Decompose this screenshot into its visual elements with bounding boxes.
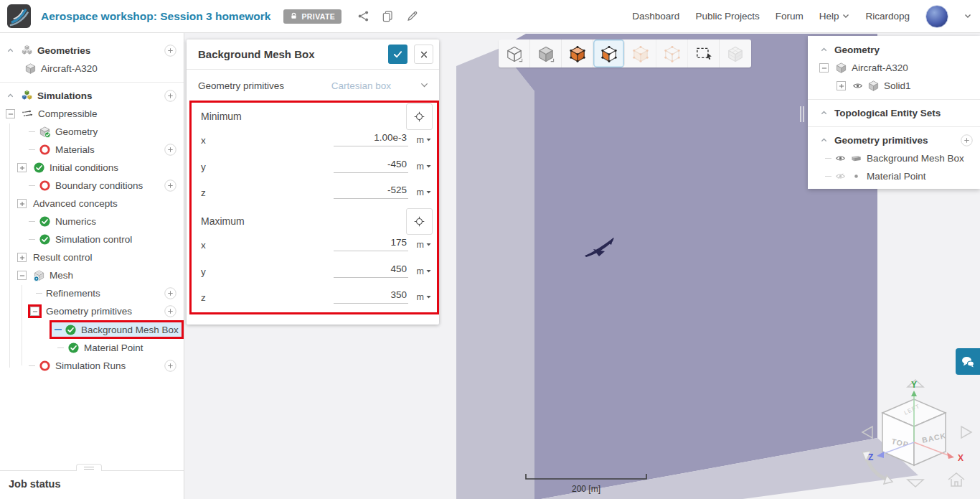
apply-button[interactable] bbox=[388, 45, 407, 64]
coordinate-input-z[interactable] bbox=[334, 185, 408, 199]
tree-item-refinements[interactable]: Refinements bbox=[0, 284, 184, 302]
toolbar-face-select[interactable] bbox=[593, 39, 625, 67]
tree-item-material-point[interactable]: Material Point bbox=[0, 339, 184, 357]
add-button[interactable] bbox=[164, 45, 176, 57]
tree-item-simulations[interactable]: Simulations bbox=[0, 87, 184, 105]
pick-point-button[interactable] bbox=[406, 103, 433, 130]
app-logo-icon[interactable] bbox=[7, 4, 31, 28]
chevron-down-icon[interactable] bbox=[420, 83, 428, 88]
tree-item-simulation-control[interactable]: Simulation control bbox=[0, 230, 184, 248]
coordinate-input-y[interactable] bbox=[334, 159, 408, 173]
toolbar-wireframe-view[interactable] bbox=[499, 39, 530, 67]
tree-item-aircraft-a320[interactable]: Aircraft-A320 bbox=[0, 60, 184, 78]
gizmo-right-arrow[interactable] bbox=[961, 426, 971, 438]
add-button[interactable] bbox=[164, 90, 176, 102]
tree-item-numerics[interactable]: Numerics bbox=[0, 213, 184, 230]
tree-item-aircraft-a320[interactable]: Aircraft-A320 bbox=[808, 59, 980, 77]
nav-dashboard[interactable]: Dashboard bbox=[632, 11, 679, 22]
tree-item-compressible[interactable]: Compressible bbox=[0, 105, 184, 123]
toolbar-solid-vertices-view[interactable] bbox=[562, 39, 593, 67]
tree-item-mesh[interactable]: Mesh bbox=[0, 266, 184, 284]
eye-visible-icon[interactable] bbox=[852, 80, 863, 91]
tree-item-geometries[interactable]: Geometries bbox=[0, 42, 184, 60]
unit-dropdown[interactable]: m bbox=[417, 187, 431, 197]
collapse-minus-icon[interactable] bbox=[17, 271, 27, 280]
gizmo-left-arrow[interactable] bbox=[862, 426, 872, 438]
expand-plus-icon[interactable] bbox=[837, 81, 846, 90]
caret-down-icon bbox=[426, 295, 431, 299]
tree-item-geometry-primitives[interactable]: Geometry primitives bbox=[0, 302, 184, 320]
collapse-chevron-icon[interactable] bbox=[819, 45, 828, 55]
share-icon[interactable] bbox=[357, 10, 369, 22]
support-chat-button[interactable] bbox=[956, 348, 980, 375]
collapse-chevron-icon[interactable] bbox=[819, 136, 828, 145]
tree-item-material-point[interactable]: Material Point bbox=[808, 167, 980, 185]
collapse-chevron-icon[interactable] bbox=[6, 91, 14, 101]
tree-item-boundary-conditions[interactable]: Boundary conditions bbox=[0, 177, 184, 195]
tree-item-materials[interactable]: Materials bbox=[0, 141, 184, 159]
eye-hidden-icon[interactable] bbox=[835, 171, 846, 182]
toolbar-box-select[interactable] bbox=[688, 39, 720, 67]
nav-username[interactable]: Ricardopg bbox=[865, 11, 910, 22]
tree-item-geometry[interactable]: Geometry bbox=[0, 123, 184, 141]
toolbar-mesh-view[interactable] bbox=[720, 39, 751, 67]
add-button[interactable] bbox=[164, 360, 176, 372]
unit-dropdown[interactable]: m bbox=[417, 135, 431, 145]
simulation-tree-sidebar: GeometriesAircraft-A320SimulationsCompre… bbox=[0, 32, 184, 499]
tree-item-label: Advanced concepts bbox=[33, 198, 118, 209]
nav-public-projects[interactable]: Public Projects bbox=[695, 11, 759, 22]
collapse-minus-icon[interactable] bbox=[6, 109, 15, 118]
add-button[interactable] bbox=[961, 134, 973, 146]
toolbar-solid-view[interactable] bbox=[530, 39, 562, 67]
add-button[interactable] bbox=[164, 287, 176, 299]
coordinate-input-x[interactable] bbox=[334, 237, 408, 251]
tree-item-background-mesh-box[interactable]: Background Mesh Box bbox=[808, 149, 980, 167]
collapse-chevron-icon[interactable] bbox=[6, 46, 14, 55]
duplicate-icon[interactable] bbox=[382, 10, 394, 22]
tree-item-geometry-primitives[interactable]: Geometry primitives bbox=[808, 131, 980, 149]
coordinate-input-x[interactable] bbox=[334, 132, 408, 146]
tree-item-initial-conditions[interactable]: Initial conditions bbox=[0, 159, 184, 177]
gizmo-down-arrow[interactable] bbox=[908, 480, 923, 487]
tree-item-topological-entity-sets[interactable]: Topological Entity Sets bbox=[808, 104, 980, 122]
panel-resize-handle[interactable] bbox=[800, 106, 804, 122]
expand-plus-icon[interactable] bbox=[17, 199, 27, 208]
tree-item-geometry[interactable]: Geometry bbox=[808, 41, 980, 59]
job-status-drag-handle[interactable] bbox=[76, 464, 102, 471]
close-button[interactable] bbox=[414, 45, 433, 64]
tree-item-advanced-concepts[interactable]: Advanced concepts bbox=[0, 195, 184, 213]
pick-point-button[interactable] bbox=[406, 208, 433, 235]
aircraft-model[interactable] bbox=[583, 236, 618, 262]
add-button[interactable] bbox=[164, 305, 176, 317]
unit-dropdown[interactable]: m bbox=[417, 240, 431, 250]
add-button[interactable] bbox=[164, 179, 176, 192]
orientation-gizmo[interactable]: TOP BACK LEFT Y X Z bbox=[854, 372, 980, 499]
nav-forum[interactable]: Forum bbox=[776, 11, 804, 22]
unit-dropdown[interactable]: m bbox=[417, 266, 431, 276]
tree-item-solid1[interactable]: Solid1 bbox=[808, 77, 980, 95]
nav-help[interactable]: Help bbox=[819, 11, 850, 22]
nav-forum-label: Forum bbox=[776, 11, 804, 22]
edit-icon[interactable] bbox=[406, 10, 418, 22]
collapse-minus-icon[interactable] bbox=[819, 63, 829, 73]
toolbar-vertex-select[interactable] bbox=[625, 39, 656, 67]
unit-dropdown[interactable]: m bbox=[417, 292, 431, 302]
expand-plus-icon[interactable] bbox=[17, 253, 27, 262]
coordinate-input-y[interactable] bbox=[334, 264, 408, 278]
add-button[interactable] bbox=[164, 144, 176, 156]
coordinate-input-z[interactable] bbox=[334, 289, 408, 304]
toolbar-edge-select[interactable] bbox=[656, 39, 688, 67]
mesh-box-left-face[interactable] bbox=[456, 48, 534, 499]
tree-item-result-control[interactable]: Result control bbox=[0, 248, 184, 266]
tree-item-background-mesh-box[interactable]: Background Mesh Box bbox=[50, 320, 184, 339]
tree-item-simulation-runs[interactable]: Simulation Runs bbox=[0, 357, 184, 375]
avatar[interactable] bbox=[925, 5, 948, 28]
expand-plus-icon[interactable] bbox=[17, 163, 27, 172]
unit-dropdown[interactable]: m bbox=[417, 162, 431, 172]
collapse-minus-icon[interactable] bbox=[30, 307, 39, 316]
job-status-bar[interactable]: Job status bbox=[0, 470, 184, 497]
collapse-chevron-icon[interactable] bbox=[819, 108, 828, 118]
account-chevron-down-icon[interactable] bbox=[964, 14, 971, 19]
gizmo-home-icon[interactable] bbox=[948, 473, 964, 486]
eye-visible-icon[interactable] bbox=[835, 153, 846, 164]
